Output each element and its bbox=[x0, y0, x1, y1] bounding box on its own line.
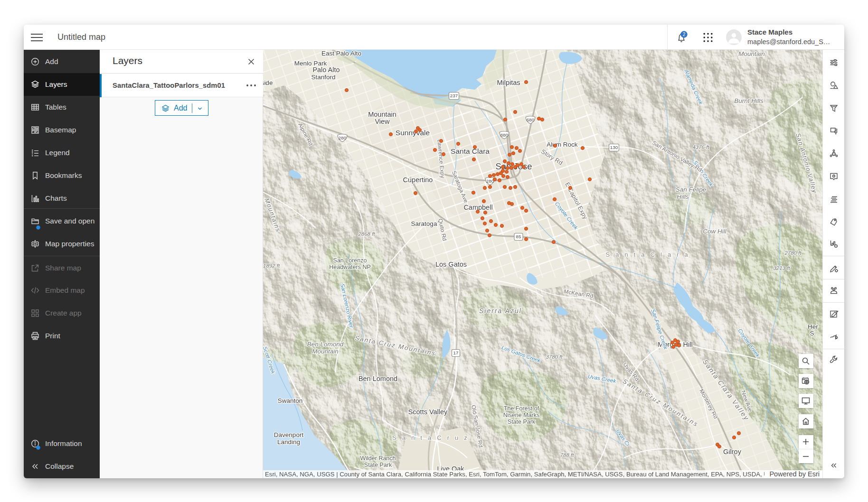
svg-text:Landing: Landing bbox=[277, 438, 300, 446]
svg-text:2: 2 bbox=[683, 32, 686, 37]
svg-text:Davenport: Davenport bbox=[274, 431, 304, 438]
svg-text:2868 ft: 2868 ft bbox=[358, 231, 375, 237]
svg-text:Ben Lomond: Ben Lomond bbox=[307, 341, 344, 348]
svg-text:S a n t a C r u z: S a n t a C r u z bbox=[392, 434, 469, 441]
svg-text:Cupertino: Cupertino bbox=[403, 176, 433, 184]
svg-text:Saratoga: Saratoga bbox=[411, 220, 437, 227]
svg-text:Scotts Valley: Scotts Valley bbox=[408, 408, 448, 416]
svg-text:Swanton: Swanton bbox=[278, 397, 303, 404]
svg-text:State Park: State Park bbox=[508, 418, 536, 425]
svg-text:Wilder Ranch: Wilder Ranch bbox=[360, 455, 396, 462]
svg-text:17: 17 bbox=[453, 350, 459, 355]
svg-text:Sierra Azul: Sierra Azul bbox=[479, 307, 522, 315]
svg-text:Cow Hill: Cow Hill bbox=[703, 228, 727, 235]
svg-text:Stanford: Stanford bbox=[311, 74, 335, 81]
svg-text:S: S bbox=[810, 330, 814, 337]
svg-text:280: 280 bbox=[339, 135, 347, 140]
svg-text:3780 ft: 3780 ft bbox=[546, 354, 563, 360]
svg-text:View: View bbox=[375, 118, 390, 125]
svg-text:Alum Rock: Alum Rock bbox=[547, 141, 578, 148]
svg-text:Nisene Marks: Nisene Marks bbox=[503, 412, 539, 418]
svg-text:237: 237 bbox=[450, 93, 458, 98]
svg-text:Mountain: Mountain bbox=[738, 50, 765, 57]
svg-text:130: 130 bbox=[610, 145, 618, 150]
svg-text:Santa Clara: Santa Clara bbox=[451, 147, 490, 155]
svg-text:San Lorenzo: San Lorenzo bbox=[333, 257, 367, 264]
svg-text:Hills: Hills bbox=[677, 193, 689, 200]
svg-text:Burnt Hills: Burnt Hills bbox=[734, 97, 764, 104]
svg-text:The Forest of: The Forest of bbox=[504, 405, 539, 412]
svg-text:Her: Her bbox=[808, 323, 818, 330]
svg-text:Palo Alto: Palo Alto bbox=[312, 66, 340, 74]
svg-text:85: 85 bbox=[516, 234, 521, 239]
svg-text:S a n t a C l a r a: S a n t a C l a r a bbox=[605, 251, 689, 258]
svg-text:2780 ft: 2780 ft bbox=[784, 250, 802, 256]
svg-text:Ben Lomond: Ben Lomond bbox=[359, 375, 397, 382]
svg-text:Sunnyvale: Sunnyvale bbox=[396, 129, 430, 137]
svg-text:880: 880 bbox=[500, 132, 509, 138]
svg-text:Milpitas: Milpitas bbox=[497, 79, 520, 86]
svg-text:1892 ft: 1892 ft bbox=[263, 263, 280, 269]
svg-text:Mountain: Mountain bbox=[312, 348, 339, 355]
svg-text:East Palo Alto: East Palo Alto bbox=[321, 50, 361, 57]
svg-text:San Felipe: San Felipe bbox=[676, 186, 707, 193]
svg-text:4376 ft: 4376 ft bbox=[692, 144, 709, 150]
svg-text:Gilroy: Gilroy bbox=[723, 448, 742, 456]
svg-text:State Park: State Park bbox=[364, 462, 392, 468]
svg-text:Headwaters NP: Headwaters NP bbox=[329, 264, 371, 270]
svg-text:3213 ft: 3213 ft bbox=[773, 265, 790, 271]
svg-text:Los Gatos: Los Gatos bbox=[435, 260, 467, 268]
svg-text:680: 680 bbox=[527, 117, 535, 122]
svg-text:side: side bbox=[263, 79, 273, 86]
svg-text:788 ft: 788 ft bbox=[560, 452, 575, 458]
svg-text:Mountain: Mountain bbox=[368, 111, 396, 118]
